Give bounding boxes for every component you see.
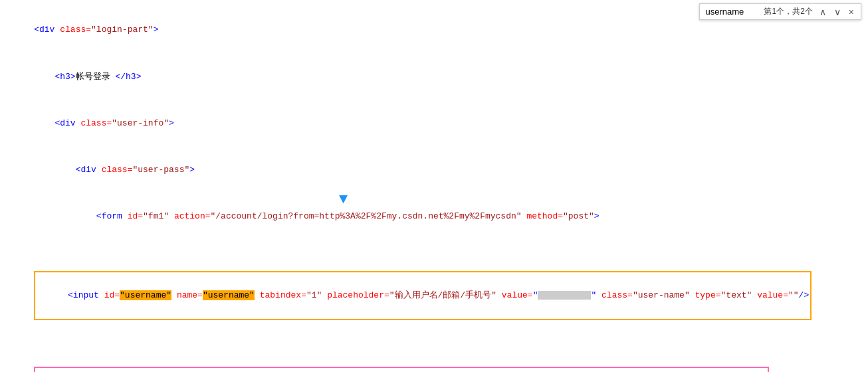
tag bbox=[169, 211, 174, 221]
tag: <input bbox=[68, 290, 104, 300]
username-input-box: <input id="username" name="username" tab… bbox=[34, 271, 812, 320]
code-view: <div class="login-part"> <h3>帐号登录 </h3> … bbox=[0, 0, 868, 372]
tag bbox=[596, 290, 601, 300]
attr-name: value= bbox=[502, 290, 533, 300]
string: "post" bbox=[563, 211, 594, 221]
tag: " bbox=[533, 290, 538, 300]
attr-name: class= bbox=[601, 290, 633, 300]
string: "/account/login?from=http%3A%2F%2Fmy.csd… bbox=[210, 211, 521, 221]
string: "user-pass" bbox=[132, 165, 189, 175]
search-bar[interactable]: 第1个，共2个 ∧ ∨ × bbox=[699, 3, 861, 20]
attr-name: value= bbox=[757, 290, 788, 300]
next-match-button[interactable]: ∨ bbox=[833, 7, 842, 17]
tag bbox=[171, 290, 177, 300]
match-info: 第1个，共2个 bbox=[764, 6, 812, 17]
attr-name: name= bbox=[177, 290, 203, 300]
search-input[interactable] bbox=[705, 7, 758, 17]
tag: /> bbox=[799, 290, 810, 300]
arrow-down-1: ▼ bbox=[339, 187, 348, 213]
attr-name: type= bbox=[695, 290, 721, 300]
code-line: <h3>帐号登录 </h3> bbox=[13, 53, 855, 100]
string: "fm1" bbox=[143, 211, 169, 221]
tag bbox=[255, 290, 260, 300]
string: "user-info" bbox=[112, 118, 169, 128]
prev-match-button[interactable]: ∧ bbox=[818, 7, 827, 17]
text-content: 帐号登录 bbox=[76, 72, 116, 82]
tag: <h3> bbox=[54, 72, 75, 82]
attr-name: class= bbox=[60, 25, 91, 35]
tag bbox=[690, 290, 695, 300]
attr-name: id= bbox=[104, 290, 120, 300]
string: "user-name" bbox=[633, 290, 690, 300]
string: "" bbox=[788, 290, 799, 300]
attr-name: tabindex= bbox=[260, 290, 306, 300]
string: "输入用户名/邮箱/手机号" bbox=[389, 290, 496, 300]
attr-name: id= bbox=[128, 211, 143, 221]
tag: <div bbox=[34, 25, 60, 35]
tag: <form bbox=[96, 211, 128, 221]
username-input-line: <input id="username" name="username" tab… bbox=[13, 240, 855, 335]
tag: </h3> bbox=[115, 72, 141, 82]
close-search-button[interactable]: × bbox=[847, 7, 855, 17]
string: "text" bbox=[721, 290, 752, 300]
tag: > bbox=[154, 25, 159, 35]
tag: <div bbox=[76, 165, 102, 175]
tag: > bbox=[169, 118, 174, 128]
code-line: <div class="user-pass"> bbox=[13, 147, 855, 193]
attr-name: method= bbox=[526, 211, 563, 221]
password-input-box: <input id="password" name="password" tab… bbox=[34, 367, 769, 372]
attr-name: class= bbox=[80, 118, 112, 128]
string: "login-part" bbox=[91, 25, 154, 35]
string: "1" bbox=[306, 290, 322, 300]
tag: > bbox=[189, 165, 195, 175]
tag: > bbox=[594, 211, 599, 221]
tag bbox=[752, 290, 757, 300]
attr-name: action= bbox=[174, 211, 211, 221]
attr-name: placeholder= bbox=[327, 290, 389, 300]
code-line: <form id="fm1" action="/account/login?fr… bbox=[13, 193, 855, 240]
attr-name: class= bbox=[102, 165, 133, 175]
blurred-value bbox=[538, 291, 591, 300]
tag: <div bbox=[54, 118, 80, 128]
tag bbox=[322, 290, 327, 300]
code-line: <div class="user-info"> bbox=[13, 100, 855, 146]
username-id-highlight: "username" bbox=[120, 290, 171, 300]
tag bbox=[496, 290, 502, 300]
username-name-highlight: "username" bbox=[203, 290, 255, 300]
password-input-line: <input id="password" name="password" tab… bbox=[13, 335, 855, 372]
